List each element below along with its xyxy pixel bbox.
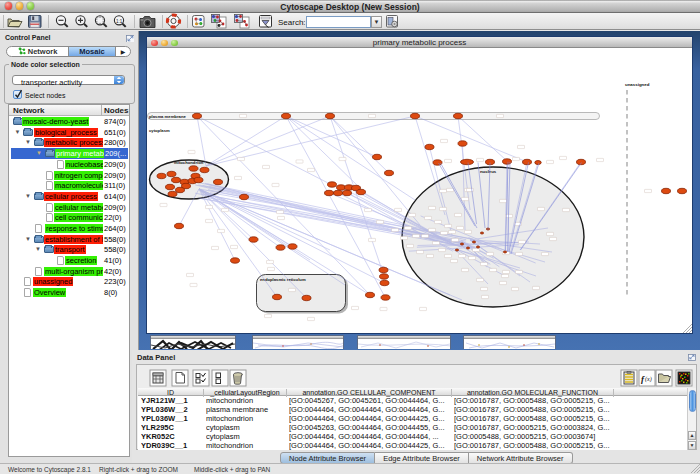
svg-text:···: ···	[563, 209, 565, 211]
svg-text:···: ···	[462, 269, 464, 271]
svg-text:···: ···	[550, 238, 552, 240]
svg-text:···: ···	[441, 232, 443, 234]
svg-text:···: ···	[490, 269, 492, 271]
svg-text:···: ···	[222, 209, 224, 211]
svg-text:···: ···	[445, 160, 447, 162]
svg-text:nucleus: nucleus	[480, 169, 497, 174]
svg-text:···: ···	[212, 247, 214, 249]
svg-text:···: ···	[240, 115, 242, 117]
svg-text:···: ···	[469, 257, 471, 259]
svg-text:···: ···	[429, 207, 431, 209]
svg-text:···: ···	[481, 263, 483, 265]
svg-text:···: ···	[420, 308, 422, 310]
svg-text:···: ···	[500, 200, 502, 202]
svg-text:···: ···	[547, 233, 549, 235]
svg-text:plasma membrane: plasma membrane	[149, 114, 186, 119]
svg-text:···: ···	[189, 151, 191, 153]
svg-text:···: ···	[273, 184, 275, 186]
svg-text:···: ···	[445, 255, 447, 257]
svg-text:···: ···	[645, 190, 647, 192]
svg-text:···: ···	[441, 140, 443, 142]
svg-text:···: ···	[500, 282, 502, 284]
svg-text:···: ···	[447, 189, 449, 191]
svg-text:···: ···	[161, 204, 163, 206]
svg-text:···: ···	[289, 289, 291, 291]
svg-text:···: ···	[297, 160, 299, 162]
svg-text:···: ···	[392, 229, 394, 231]
svg-text:···: ···	[513, 158, 515, 160]
svg-text:cytoplasm: cytoplasm	[149, 128, 170, 133]
svg-text:···: ···	[206, 206, 208, 208]
svg-text:···: ···	[278, 217, 280, 219]
svg-text:···: ···	[519, 241, 521, 243]
svg-text:···: ···	[497, 115, 499, 117]
svg-text:···: ···	[308, 169, 310, 171]
svg-text:···: ···	[369, 115, 371, 117]
svg-text:···: ···	[435, 221, 437, 223]
svg-text:···: ···	[409, 214, 411, 216]
svg-text:···: ···	[560, 157, 562, 159]
svg-text:···: ···	[352, 307, 354, 309]
svg-text:···: ···	[238, 158, 240, 160]
svg-text:···: ···	[482, 296, 484, 298]
svg-text:(x): (x)	[645, 376, 652, 383]
svg-text:···: ···	[477, 279, 479, 281]
svg-text:unassigned: unassigned	[625, 82, 650, 87]
svg-text:···: ···	[413, 235, 415, 237]
svg-text:···: ···	[267, 261, 269, 263]
svg-text:···: ···	[381, 308, 383, 310]
svg-text:···: ···	[481, 288, 483, 290]
svg-text:···: ···	[187, 274, 189, 276]
svg-text:···: ···	[451, 260, 453, 262]
svg-text:···: ···	[277, 211, 279, 213]
svg-text:···: ···	[487, 253, 489, 255]
svg-text:···: ···	[542, 253, 544, 255]
svg-text:mitochondrion: mitochondrion	[174, 160, 204, 165]
svg-text:···: ···	[459, 255, 461, 257]
svg-text:···: ···	[191, 284, 193, 286]
svg-text:···: ···	[422, 235, 424, 237]
svg-text:···: ···	[455, 214, 457, 216]
svg-text:···: ···	[425, 217, 427, 219]
svg-text:···: ···	[427, 255, 429, 257]
svg-text:···: ···	[308, 318, 310, 320]
svg-text:···: ···	[457, 227, 459, 229]
svg-text:···: ···	[503, 271, 505, 273]
svg-text:endoplasmic reticulum: endoplasmic reticulum	[260, 277, 306, 282]
svg-text:···: ···	[231, 246, 233, 248]
svg-text:···: ···	[449, 231, 451, 233]
svg-text:···: ···	[369, 239, 371, 241]
svg-text:···: ···	[206, 220, 208, 222]
svg-text:···: ···	[547, 161, 549, 163]
svg-text:···: ···	[405, 227, 407, 229]
svg-text:···: ···	[268, 268, 270, 270]
svg-text:···: ···	[377, 221, 379, 223]
svg-text:···: ···	[263, 166, 265, 168]
svg-text:···: ···	[502, 275, 504, 277]
svg-text:···: ···	[439, 249, 441, 251]
svg-text:···: ···	[462, 198, 464, 200]
svg-text:···: ···	[235, 177, 237, 179]
svg-text:···: ···	[265, 315, 267, 317]
svg-text:···: ···	[407, 245, 409, 247]
svg-text:···: ···	[433, 242, 435, 244]
svg-text:···: ···	[467, 189, 469, 191]
svg-text:···: ···	[440, 190, 442, 192]
svg-text:···: ···	[340, 158, 342, 160]
svg-text:···: ···	[538, 208, 540, 210]
svg-text:···: ···	[365, 209, 367, 211]
svg-text:1:1: 1:1	[116, 19, 123, 24]
svg-text:···: ···	[417, 251, 419, 253]
svg-text:···: ···	[440, 208, 442, 210]
svg-text:···: ···	[518, 146, 520, 148]
svg-text:···: ···	[516, 253, 518, 255]
svg-text:···: ···	[429, 229, 431, 231]
svg-text:···: ···	[465, 231, 467, 233]
svg-text:···: ···	[597, 159, 599, 161]
svg-text:···: ···	[452, 239, 454, 241]
svg-text:···: ···	[395, 209, 397, 211]
svg-text:···: ···	[533, 287, 535, 289]
svg-text:···: ···	[445, 225, 447, 227]
svg-text:···: ···	[477, 159, 479, 161]
svg-text:···: ···	[401, 237, 403, 239]
